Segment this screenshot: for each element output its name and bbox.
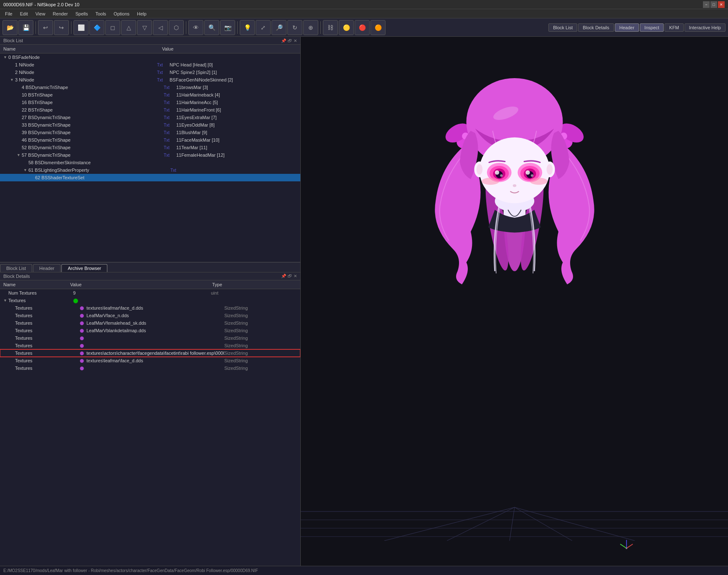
undo-button[interactable]: ↩ bbox=[38, 20, 53, 35]
tree-toggle[interactable]: ▼ bbox=[3, 55, 8, 59]
pin-button[interactable]: 📌 bbox=[281, 38, 286, 43]
shape5-button[interactable]: ⬡ bbox=[169, 20, 184, 35]
block-details-top-button[interactable]: Block Details bbox=[578, 23, 614, 32]
open-button[interactable]: 📂 bbox=[3, 20, 18, 35]
toolbar-separator-4 bbox=[237, 21, 238, 34]
tree-toggle[interactable]: ▼ bbox=[23, 168, 28, 172]
box-button[interactable]: 🔷 bbox=[89, 20, 104, 35]
rotate-button[interactable]: ↻ bbox=[287, 20, 302, 35]
table-row[interactable]: 16 BSTriShape Txt 11HairMarineAcc [5] bbox=[0, 99, 300, 106]
bd-float-button[interactable]: 🗗 bbox=[288, 274, 292, 279]
block-list-title: Block List bbox=[3, 38, 23, 43]
table-row[interactable]: ▼ 0 BSFadeNode bbox=[0, 53, 300, 61]
menu-item-tools[interactable]: Tools bbox=[92, 10, 109, 17]
bd-field-name: Textures bbox=[15, 321, 80, 326]
shape3-button[interactable]: ▽ bbox=[137, 20, 152, 35]
tab-archive-browser[interactable]: Archive Browser bbox=[61, 264, 107, 272]
list-item[interactable]: Textures ⬤ LeafMarVface_n.dds SizedStrin… bbox=[0, 312, 300, 319]
list-item[interactable]: Textures ⬤ LeafMarVblankdetailmap.dds Si… bbox=[0, 327, 300, 334]
cube-button[interactable]: ⬜ bbox=[74, 20, 89, 35]
viewport-3d[interactable] bbox=[301, 37, 728, 566]
table-row[interactable]: ▼ 57 BSDynamicTriShape Txt 11FemaleHeadM… bbox=[0, 151, 300, 159]
table-row[interactable]: 58 BSDismemberSkinInstance bbox=[0, 159, 300, 166]
table-row[interactable]: ▼ 3 NiNode Txt BSFaceGenNiNodeSkinned [2… bbox=[0, 76, 300, 84]
bd-field-type: SizedString bbox=[224, 343, 299, 348]
block-details-content[interactable]: Num Textures 9 uint ▼ Textures ⬤ bbox=[0, 289, 300, 566]
block-list-top-button[interactable]: Block List bbox=[548, 23, 577, 32]
list-item[interactable]: Textures ⬤ SizedString bbox=[0, 334, 300, 342]
redo-button[interactable]: ↪ bbox=[54, 20, 69, 35]
bd-close-button[interactable]: ✕ bbox=[294, 274, 297, 279]
table-row[interactable]: 39 BSDynamicTriShape Txt 11BlushMar [9] bbox=[0, 129, 300, 136]
right-panel[interactable] bbox=[301, 37, 728, 566]
indicator2-button[interactable]: 🔴 bbox=[355, 20, 370, 35]
tree-label: 39 BSDynamicTriShape bbox=[22, 130, 164, 135]
bd-pin-button[interactable]: 📌 bbox=[281, 274, 286, 279]
shape2-button[interactable]: △ bbox=[121, 20, 136, 35]
kfm-top-button[interactable]: KFM bbox=[665, 23, 683, 32]
save-button[interactable]: 💾 bbox=[18, 20, 33, 35]
close-panel-button[interactable]: ✕ bbox=[294, 38, 297, 43]
header-top-button[interactable]: Header bbox=[615, 23, 639, 32]
viewport-grid bbox=[301, 449, 728, 541]
table-row[interactable]: 27 BSDynamicTriShape Txt 11EyesExtraMar … bbox=[0, 114, 300, 121]
tree-label: 10 BSTriShape bbox=[22, 92, 164, 97]
bd-field-value: 9 bbox=[73, 290, 211, 295]
block-list-content[interactable]: ▼ 0 BSFadeNode 1 NiNode Txt NPC Head [He… bbox=[0, 53, 300, 262]
table-row[interactable]: 2 NiNode Txt NPC Spine2 [Spin2] [1] bbox=[0, 69, 300, 76]
svg-point-45 bbox=[626, 547, 627, 549]
shape4-button[interactable]: ◁ bbox=[153, 20, 168, 35]
tree-label: 16 BSTriShape bbox=[22, 100, 164, 105]
list-item[interactable]: Textures ⬤ textures\leafmar\face_d.dds S… bbox=[0, 357, 300, 364]
table-row[interactable]: 33 BSDynamicTriShape Txt 11EyesOddMar [8… bbox=[0, 121, 300, 129]
path-button[interactable]: ⛓ bbox=[323, 20, 338, 35]
table-row[interactable]: 10 BSTriShape Txt 11HairMarineback [4] bbox=[0, 91, 300, 99]
menu-item-view[interactable]: View bbox=[32, 10, 49, 17]
maximize-button[interactable]: □ bbox=[710, 1, 717, 8]
list-item[interactable]: ▼ Textures ⬤ bbox=[0, 297, 300, 304]
magnify-button[interactable]: 🔎 bbox=[271, 20, 287, 35]
close-button[interactable]: ✕ bbox=[718, 1, 725, 8]
indicator1-button[interactable]: 🟡 bbox=[339, 20, 354, 35]
arrows-button[interactable]: ⤢ bbox=[256, 20, 271, 35]
interactive-help-top-button[interactable]: Interactive Help bbox=[685, 23, 725, 32]
shape1-button[interactable]: ◻ bbox=[105, 20, 120, 35]
menu-item-options[interactable]: Options bbox=[110, 10, 133, 17]
tab-block-list[interactable]: Block List bbox=[0, 264, 32, 272]
menu-item-spells[interactable]: Spells bbox=[72, 10, 91, 17]
list-item[interactable]: Textures ⬤ SizedString bbox=[0, 342, 300, 349]
table-row[interactable]: 1 NiNode Txt NPC Head [Head] [0] bbox=[0, 61, 300, 69]
light-button[interactable]: 💡 bbox=[240, 20, 255, 35]
table-row[interactable]: 62 BSShaderTextureSet bbox=[0, 174, 300, 181]
block-details-section: Block Details 📌 🗗 ✕ Name Value Type Num … bbox=[0, 272, 300, 566]
table-row[interactable]: 22 BSTriShape Txt 11HairMarineFront [6] bbox=[0, 106, 300, 114]
list-item[interactable]: Textures ⬤ textures\actors\character\fac… bbox=[0, 349, 300, 357]
table-row[interactable]: 46 BSDynamicTriShape Txt 11FaceMaskMar [… bbox=[0, 136, 300, 144]
menu-item-file[interactable]: File bbox=[2, 10, 16, 17]
table-row[interactable]: 4 BSDynamicTriShape Txt 11browsMar [3] bbox=[0, 84, 300, 91]
camera-button[interactable]: 📷 bbox=[220, 20, 235, 35]
table-row[interactable]: 52 BSDynamicTriShape Txt 11TearMar [11] bbox=[0, 144, 300, 151]
bd-field-type: SizedString bbox=[224, 351, 299, 356]
tree-type: Txt bbox=[164, 145, 176, 150]
table-row[interactable]: ▼ 61 BSLightingShaderProperty Txt bbox=[0, 166, 300, 174]
bd-field-type: SizedString bbox=[224, 313, 299, 318]
tree-toggle[interactable]: ▼ bbox=[17, 153, 22, 157]
float-button[interactable]: 🗗 bbox=[288, 38, 292, 43]
menu-item-help[interactable]: Help bbox=[134, 10, 150, 17]
list-item[interactable]: Textures ⬤ LeafMarVfemalehead_sk.dds Siz… bbox=[0, 319, 300, 327]
zoom-button[interactable]: ⊕ bbox=[303, 20, 318, 35]
minimize-button[interactable]: − bbox=[703, 1, 710, 8]
list-item[interactable]: Num Textures 9 uint bbox=[0, 289, 300, 297]
list-item[interactable]: Textures ⬤ textures\leafmar\face_d.dds S… bbox=[0, 304, 300, 312]
menu-item-edit[interactable]: Edit bbox=[17, 10, 31, 17]
tab-header[interactable]: Header bbox=[33, 264, 61, 272]
tree-toggle[interactable]: ▼ bbox=[10, 78, 15, 82]
list-item[interactable]: Textures ⬤ SizedString bbox=[0, 364, 300, 372]
bd-toggle[interactable]: ▼ bbox=[3, 298, 8, 303]
eye2-button[interactable]: 🔍 bbox=[204, 20, 219, 35]
indicator3-button[interactable]: 🟠 bbox=[370, 20, 386, 35]
inspect-top-button[interactable]: Inspect bbox=[640, 23, 664, 32]
menu-item-render[interactable]: Render bbox=[49, 10, 71, 17]
eye1-button[interactable]: 👁 bbox=[188, 20, 203, 35]
